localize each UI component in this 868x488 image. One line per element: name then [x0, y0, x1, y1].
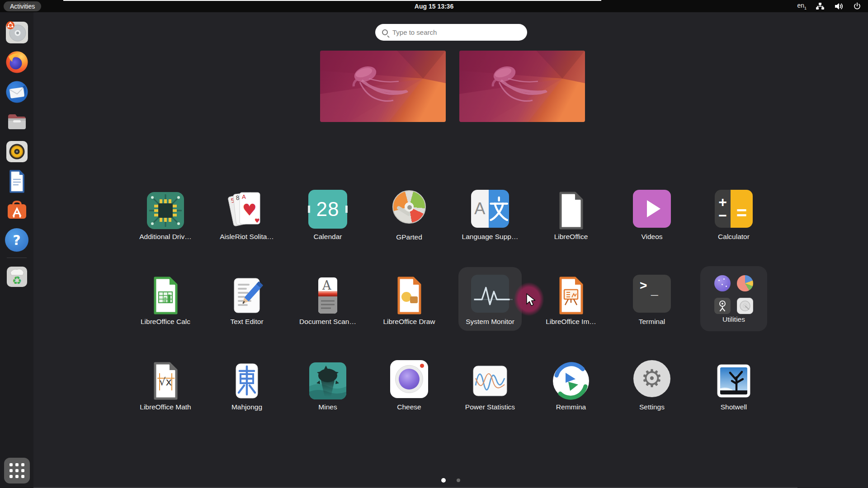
- top-bar: Activities Aug 15 13:36 en1: [0, 0, 868, 12]
- dock-item-trash[interactable]: ♻: [4, 264, 30, 290]
- app-libreoffice-calc[interactable]: LibreOffice Calc: [125, 271, 206, 339]
- system-monitor-icon: [469, 275, 511, 316]
- svg-text:√x: √x: [159, 376, 172, 388]
- app-label: Calendar: [287, 233, 368, 241]
- mines-icon: [307, 360, 349, 402]
- dock: ? ♻: [0, 12, 33, 488]
- app-label: Additional Driv…: [125, 233, 206, 241]
- app-label: Cheese: [368, 403, 450, 411]
- svg-text:♥: ♥: [242, 201, 257, 219]
- disk-usage-icon: [737, 275, 753, 291]
- app-gparted[interactable]: GParted: [368, 186, 450, 254]
- calculator-icon: +−=: [713, 190, 755, 231]
- app-additional-drivers[interactable]: Additional Driv…: [125, 186, 206, 254]
- app-label: Language Supp…: [449, 233, 531, 241]
- app-power-statistics[interactable]: Power Statistics: [449, 357, 531, 424]
- webcam-icon: [714, 298, 731, 314]
- remmina-icon: [550, 360, 592, 402]
- app-label: LibreOffice Calc: [125, 318, 206, 326]
- dock-item-ubuntu-software[interactable]: [4, 198, 30, 224]
- dock-item-ubuntu-installer[interactable]: [4, 19, 30, 45]
- dock-separator: [7, 258, 27, 258]
- libreoffice-calc-icon: [145, 275, 186, 316]
- svg-text:8: 8: [236, 194, 240, 202]
- app-label: Terminal: [611, 318, 693, 326]
- app-label: System Monitor: [449, 318, 531, 326]
- gparted-icon: [388, 190, 430, 232]
- app-document-scanner[interactable]: A Document Scan…: [287, 271, 368, 339]
- app-shotwell[interactable]: Shotwell: [693, 357, 774, 424]
- videos-icon: [631, 190, 673, 231]
- question-mark: ?: [13, 232, 20, 248]
- libreoffice-impress-icon: [550, 275, 592, 316]
- app-label: Text Editor: [206, 318, 288, 326]
- dock-item-files[interactable]: [4, 109, 30, 135]
- svg-text:A: A: [322, 278, 331, 292]
- app-text-editor[interactable]: Text Editor: [206, 271, 288, 339]
- app-label: Shotwell: [693, 403, 774, 411]
- libreoffice-math-icon: √x: [145, 360, 186, 402]
- app-libreoffice-draw[interactable]: LibreOffice Draw: [368, 271, 450, 339]
- app-language-support[interactable]: A Language Supp…: [449, 186, 531, 254]
- clock[interactable]: Aug 15 13:36: [0, 3, 868, 10]
- volume-icon[interactable]: [834, 2, 844, 11]
- keyboard-layout-indicator[interactable]: en1: [797, 2, 807, 10]
- app-label: LibreOffice Math: [125, 403, 206, 411]
- boxes-icon: [714, 275, 731, 291]
- dock-item-thunderbird[interactable]: [4, 79, 30, 105]
- power-icon[interactable]: [853, 2, 862, 11]
- shotwell-icon: [713, 360, 755, 402]
- additional-drivers-icon: [145, 190, 186, 231]
- app-settings[interactable]: ⚙ Settings: [611, 357, 693, 424]
- app-label: Mahjongg: [206, 403, 288, 411]
- network-icon[interactable]: [816, 2, 825, 10]
- app-calendar[interactable]: 28 Calendar: [287, 186, 368, 254]
- app-label: LibreOffice Draw: [368, 318, 450, 326]
- document-scanner-icon: A: [307, 275, 349, 316]
- language-support-icon: A: [469, 190, 511, 231]
- page-dot-1-active[interactable]: [441, 478, 446, 483]
- workspace-thumbnail-2[interactable]: [459, 51, 585, 122]
- dock-item-libreoffice-writer[interactable]: [4, 169, 30, 194]
- app-label: LibreOffice: [530, 233, 612, 241]
- mouse-cursor: [526, 293, 538, 309]
- app-label: Power Statistics: [449, 403, 531, 411]
- mahjongg-icon: [226, 360, 268, 402]
- app-aisleriot-solitaire[interactable]: 58A♥♥ AisleRiot Solita…: [206, 186, 288, 254]
- app-libreoffice-math[interactable]: √x LibreOffice Math: [125, 357, 206, 424]
- app-label: Mines: [287, 403, 368, 411]
- app-label: AisleRiot Solita…: [206, 233, 288, 241]
- app-calculator[interactable]: +−= Calculator: [693, 186, 774, 254]
- page-dot-2[interactable]: [457, 479, 460, 482]
- app-cheese[interactable]: Cheese: [368, 357, 450, 424]
- dock-item-firefox[interactable]: [4, 49, 30, 75]
- svg-text:♻: ♻: [12, 274, 22, 287]
- app-mines[interactable]: Mines: [287, 357, 368, 424]
- system-tray: en1: [797, 0, 862, 12]
- app-label: Document Scan…: [287, 318, 368, 326]
- app-videos[interactable]: Videos: [611, 186, 693, 254]
- app-libreoffice[interactable]: LibreOffice: [530, 186, 612, 254]
- dock-item-rhythmbox[interactable]: [4, 139, 30, 164]
- libreoffice-icon: [550, 190, 592, 231]
- window-edge-top: [63, 0, 601, 1]
- search-bar: [375, 24, 527, 41]
- workspace-thumbnail-1[interactable]: [320, 51, 446, 122]
- search-input[interactable]: [392, 28, 514, 36]
- app-mahjongg[interactable]: Mahjongg: [206, 357, 288, 424]
- cheese-icon: [388, 360, 430, 402]
- app-label: Settings: [611, 403, 693, 411]
- app-label: LibreOffice Im…: [530, 318, 612, 326]
- app-terminal[interactable]: >_ Terminal: [611, 271, 693, 339]
- calendar-icon: 28: [307, 190, 349, 231]
- app-label: Videos: [611, 233, 693, 241]
- libreoffice-draw-icon: [388, 275, 430, 316]
- app-label: Remmina: [530, 403, 612, 411]
- dock-item-help[interactable]: ?: [5, 228, 28, 252]
- utilities-mini-grid: [693, 275, 774, 314]
- app-label: GParted: [368, 233, 450, 241]
- app-remmina[interactable]: Remmina: [530, 357, 612, 424]
- app-folder-utilities[interactable]: Utilities: [693, 271, 774, 339]
- search-icon: [382, 29, 388, 35]
- show-applications-button[interactable]: [4, 458, 30, 483]
